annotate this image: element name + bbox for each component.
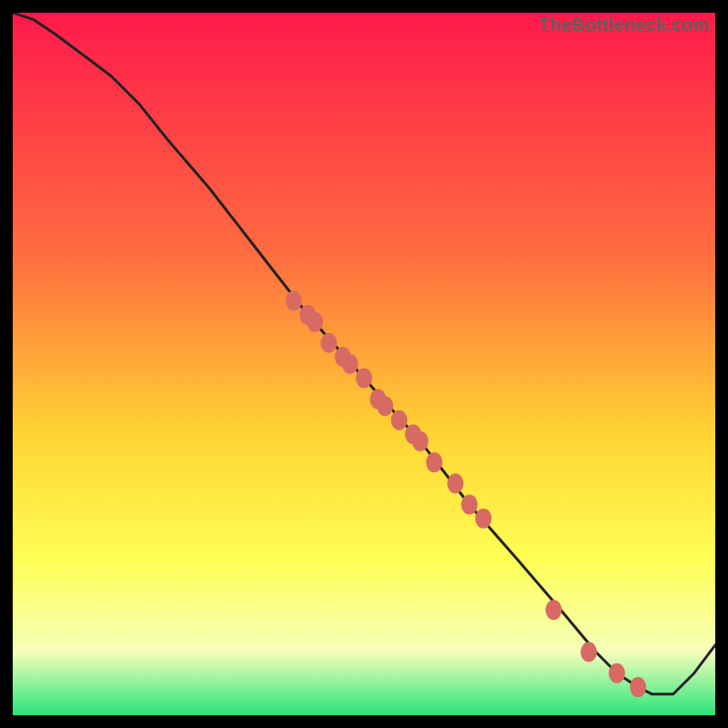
dot	[307, 312, 323, 332]
chart-frame: TheBottleneck.com	[13, 13, 715, 715]
dot	[581, 642, 597, 662]
watermark-text: TheBottleneck.com	[539, 15, 710, 35]
dot	[377, 396, 393, 416]
curve-layer	[13, 13, 715, 715]
dot	[545, 600, 561, 620]
bottleneck-curve	[13, 13, 715, 694]
dot	[447, 473, 463, 493]
dot	[342, 354, 359, 374]
dot	[475, 509, 491, 529]
plot-area: TheBottleneck.com	[13, 13, 715, 715]
dot	[609, 663, 625, 683]
dot	[391, 410, 408, 430]
dot	[461, 494, 478, 514]
highlight-dots	[286, 291, 646, 698]
dot	[630, 677, 646, 697]
dot	[412, 431, 429, 451]
dot	[426, 452, 442, 472]
dot	[320, 333, 337, 353]
dot	[286, 291, 302, 311]
dot	[356, 368, 372, 388]
